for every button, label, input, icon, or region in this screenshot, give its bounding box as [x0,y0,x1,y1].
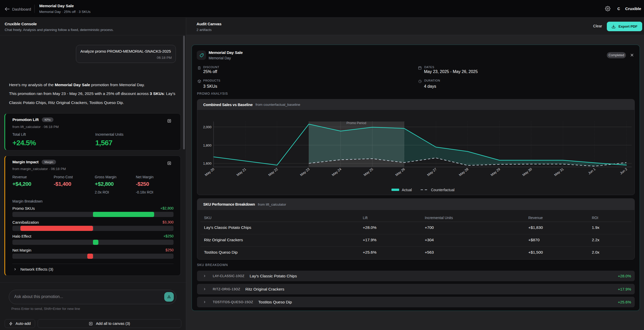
svg-text:1,800: 1,800 [203,143,211,147]
svg-text:May 23: May 23 [299,167,310,177]
svg-text:May 25: May 25 [363,167,374,177]
svg-text:Actual: Actual [402,188,412,192]
svg-text:May 29: May 29 [490,167,501,177]
svg-text:May 21: May 21 [236,167,247,177]
svg-text:Promo Period: Promo Period [347,121,366,125]
svg-text:May 28: May 28 [458,167,469,177]
svg-text:May 24: May 24 [331,167,342,177]
svg-text:2,000: 2,000 [203,125,211,129]
svg-text:Jun 2: Jun 2 [619,167,628,175]
svg-text:May 31: May 31 [553,167,564,177]
svg-text:Counterfactual: Counterfactual [431,188,454,192]
svg-text:May 26: May 26 [395,167,406,177]
svg-text:May 22: May 22 [268,167,279,177]
svg-text:1,600: 1,600 [203,162,211,165]
svg-text:May 30: May 30 [522,167,533,177]
svg-text:May 27: May 27 [426,167,437,177]
svg-text:Jun 1: Jun 1 [587,167,596,175]
svg-text:May 20: May 20 [204,167,215,177]
